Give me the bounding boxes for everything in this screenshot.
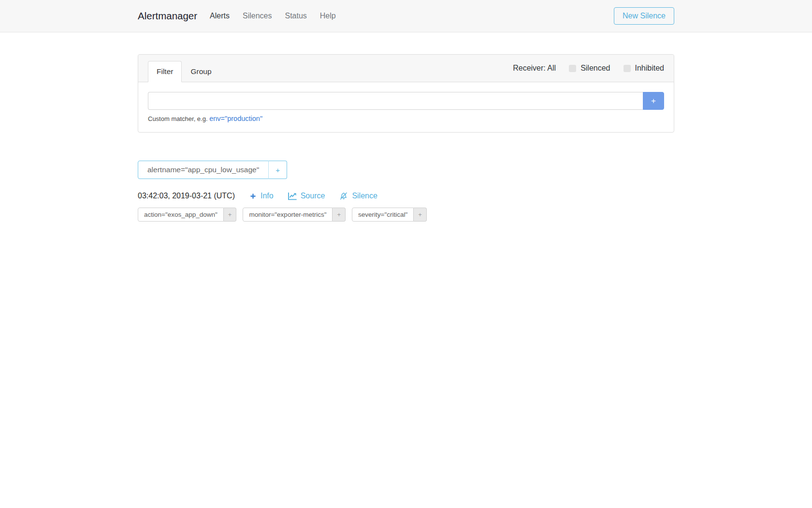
new-silence-button[interactable]: New Silence — [614, 7, 674, 25]
chart-line-icon — [288, 192, 297, 200]
filter-group-tabs: Filter Group — [148, 55, 220, 82]
filter-card-header: Filter Group Receiver: All Silenced Inhi… — [138, 55, 674, 82]
alert-label-action: action="exos_app_down" + — [138, 208, 236, 222]
helper-label: Custom matcher, e.g. — [148, 115, 208, 122]
app-brand[interactable]: Alertmanager — [138, 10, 197, 22]
group-matcher-button[interactable]: alertname="app_cpu_low_usage" — [138, 161, 269, 179]
matcher-input-group: + — [148, 92, 664, 110]
label-value[interactable]: monitor="exporter-metrics" — [243, 208, 333, 222]
silenced-label: Silenced — [580, 64, 610, 73]
nav-item-status[interactable]: Status — [285, 12, 306, 20]
inhibited-checkbox[interactable] — [624, 65, 631, 72]
alert-silence-label: Silence — [352, 192, 377, 200]
main-content: Filter Group Receiver: All Silenced Inhi… — [130, 54, 682, 222]
label-value[interactable]: action="exos_app_down" — [138, 208, 224, 222]
alert-info-link[interactable]: Info — [249, 192, 274, 200]
matcher-input[interactable] — [148, 92, 643, 110]
tab-filter[interactable]: Filter — [148, 61, 182, 82]
label-add-button[interactable]: + — [224, 208, 237, 222]
add-matcher-button[interactable]: + — [643, 92, 664, 110]
helper-example-link[interactable]: env="production" — [209, 115, 262, 122]
nav-item-silences[interactable]: Silences — [243, 12, 272, 20]
filter-card: Filter Group Receiver: All Silenced Inhi… — [138, 54, 674, 133]
group-matcher: alertname="app_cpu_low_usage" + — [138, 161, 287, 179]
alert-row: 03:42:03, 2019-03-21 (UTC) Info — [138, 192, 674, 200]
inhibited-filter[interactable]: Inhibited — [624, 64, 665, 73]
navbar: Alertmanager Alerts Silences Status Help… — [0, 0, 812, 32]
label-add-button[interactable]: + — [414, 208, 427, 222]
tab-group[interactable]: Group — [182, 61, 220, 82]
plus-icon — [249, 193, 257, 200]
main-nav: Alerts Silences Status Help — [210, 12, 336, 20]
alert-timestamp: 03:42:03, 2019-03-21 (UTC) — [138, 192, 235, 200]
alert-info-label: Info — [261, 192, 274, 200]
nav-item-alerts[interactable]: Alerts — [210, 12, 230, 20]
alert-silence-link[interactable]: Silence — [339, 192, 377, 200]
label-value[interactable]: severity="critical" — [352, 208, 414, 222]
alert-label-severity: severity="critical" + — [352, 208, 427, 222]
matcher-helper-text: Custom matcher, e.g. env="production" — [148, 115, 664, 122]
receiver-selector[interactable]: Receiver: All — [513, 64, 556, 73]
alert-source-label: Source — [301, 192, 325, 200]
silenced-filter[interactable]: Silenced — [569, 64, 610, 73]
alert-label-monitor: monitor="exporter-metrics" + — [243, 208, 346, 222]
filter-card-body: + Custom matcher, e.g. env="production" — [138, 82, 674, 132]
group-matcher-add-button[interactable]: + — [268, 161, 287, 179]
silenced-checkbox[interactable] — [569, 65, 576, 72]
nav-item-help[interactable]: Help — [320, 12, 336, 20]
alert-labels-row: action="exos_app_down" + monitor="export… — [138, 208, 674, 222]
alert-group-section: alertname="app_cpu_low_usage" + 03:42:03… — [138, 161, 674, 222]
alert-source-link[interactable]: Source — [288, 192, 325, 200]
label-add-button[interactable]: + — [333, 208, 346, 222]
filter-header-controls: Receiver: All Silenced Inhibited — [513, 64, 664, 82]
bell-slash-icon — [339, 192, 348, 200]
inhibited-label: Inhibited — [635, 64, 665, 73]
